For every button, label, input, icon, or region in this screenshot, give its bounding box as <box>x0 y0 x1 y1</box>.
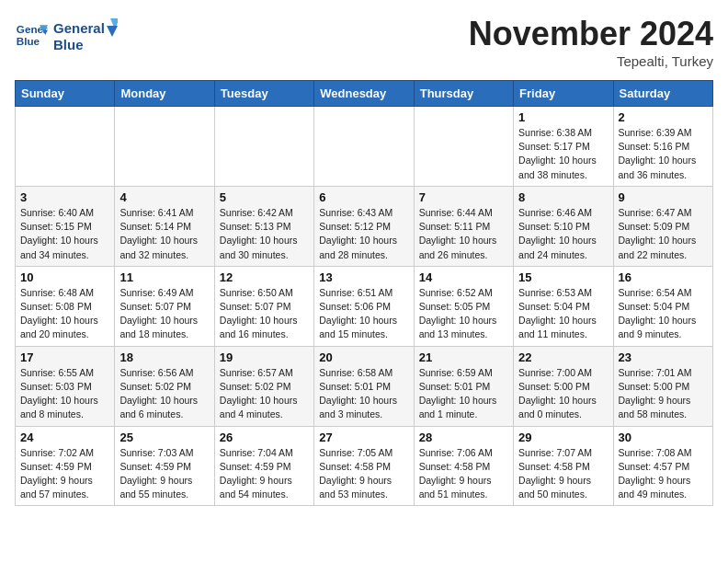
month-title: November 2024 <box>469 15 713 53</box>
day-number: 10 <box>20 270 109 284</box>
svg-text:General: General <box>53 20 105 36</box>
location: Tepealti, Turkey <box>469 53 713 69</box>
day-info: Sunrise: 6:46 AM Sunset: 5:10 PM Dayligh… <box>518 206 608 262</box>
weekday-header: Wednesday <box>314 81 414 107</box>
day-number: 5 <box>220 190 309 204</box>
day-number: 28 <box>419 431 508 444</box>
day-number: 12 <box>220 270 309 284</box>
calendar-cell: 27Sunrise: 7:05 AM Sunset: 4:58 PM Dayli… <box>314 426 414 506</box>
day-number: 8 <box>518 190 608 204</box>
calendar-cell: 11Sunrise: 6:49 AM Sunset: 5:07 PM Dayli… <box>115 266 214 346</box>
weekday-header: Sunday <box>16 81 115 107</box>
day-number: 30 <box>619 431 708 444</box>
calendar-week-row: 17Sunrise: 6:55 AM Sunset: 5:03 PM Dayli… <box>16 346 713 426</box>
day-number: 14 <box>419 270 508 284</box>
day-number: 22 <box>518 350 608 364</box>
day-number: 29 <box>518 431 608 444</box>
calendar-cell: 2Sunrise: 6:39 AM Sunset: 5:16 PM Daylig… <box>613 107 712 187</box>
day-number: 17 <box>20 350 109 364</box>
calendar-cell: 21Sunrise: 6:59 AM Sunset: 5:01 PM Dayli… <box>414 346 513 426</box>
day-number: 24 <box>20 431 109 444</box>
day-info: Sunrise: 6:52 AM Sunset: 5:05 PM Dayligh… <box>419 286 508 342</box>
day-info: Sunrise: 6:56 AM Sunset: 5:02 PM Dayligh… <box>119 366 209 422</box>
calendar-table: SundayMondayTuesdayWednesdayThursdayFrid… <box>15 80 713 506</box>
day-info: Sunrise: 7:04 AM Sunset: 4:59 PM Dayligh… <box>220 446 309 502</box>
day-info: Sunrise: 6:57 AM Sunset: 5:02 PM Dayligh… <box>220 366 309 422</box>
logo: General Blue General Blue General Blue <box>15 15 118 55</box>
day-info: Sunrise: 7:01 AM Sunset: 5:00 PM Dayligh… <box>619 366 708 422</box>
calendar-cell <box>314 107 414 187</box>
day-info: Sunrise: 6:53 AM Sunset: 5:04 PM Dayligh… <box>518 286 608 342</box>
day-info: Sunrise: 6:58 AM Sunset: 5:01 PM Dayligh… <box>319 366 408 422</box>
day-info: Sunrise: 6:42 AM Sunset: 5:13 PM Dayligh… <box>220 206 309 262</box>
calendar-cell <box>115 107 214 187</box>
svg-text:Blue: Blue <box>53 37 84 52</box>
calendar-cell: 20Sunrise: 6:58 AM Sunset: 5:01 PM Dayli… <box>314 346 414 426</box>
day-info: Sunrise: 6:39 AM Sunset: 5:16 PM Dayligh… <box>619 126 708 182</box>
calendar-cell <box>214 107 313 187</box>
calendar-week-row: 1Sunrise: 6:38 AM Sunset: 5:17 PM Daylig… <box>16 107 713 187</box>
calendar-cell: 23Sunrise: 7:01 AM Sunset: 5:00 PM Dayli… <box>613 346 712 426</box>
day-info: Sunrise: 6:40 AM Sunset: 5:15 PM Dayligh… <box>20 206 109 262</box>
day-info: Sunrise: 7:03 AM Sunset: 4:59 PM Dayligh… <box>119 446 209 502</box>
calendar-cell: 6Sunrise: 6:43 AM Sunset: 5:12 PM Daylig… <box>314 186 414 266</box>
day-number: 1 <box>518 110 608 124</box>
calendar-header-row: SundayMondayTuesdayWednesdayThursdayFrid… <box>16 81 713 107</box>
weekday-header: Friday <box>514 81 613 107</box>
calendar-cell: 26Sunrise: 7:04 AM Sunset: 4:59 PM Dayli… <box>214 426 313 506</box>
day-number: 26 <box>220 431 309 444</box>
day-info: Sunrise: 6:44 AM Sunset: 5:11 PM Dayligh… <box>419 206 508 262</box>
day-number: 15 <box>518 270 608 284</box>
calendar-cell: 18Sunrise: 6:56 AM Sunset: 5:02 PM Dayli… <box>115 346 214 426</box>
calendar-cell: 3Sunrise: 6:40 AM Sunset: 5:15 PM Daylig… <box>16 186 115 266</box>
calendar-cell: 1Sunrise: 6:38 AM Sunset: 5:17 PM Daylig… <box>514 107 613 187</box>
calendar-cell: 15Sunrise: 6:53 AM Sunset: 5:04 PM Dayli… <box>514 266 613 346</box>
calendar-cell: 19Sunrise: 6:57 AM Sunset: 5:02 PM Dayli… <box>214 346 313 426</box>
calendar-cell: 16Sunrise: 6:54 AM Sunset: 5:04 PM Dayli… <box>613 266 712 346</box>
day-number: 19 <box>220 350 309 364</box>
day-number: 27 <box>319 431 408 444</box>
calendar-cell: 13Sunrise: 6:51 AM Sunset: 5:06 PM Dayli… <box>314 266 414 346</box>
day-number: 13 <box>319 270 408 284</box>
day-number: 21 <box>419 350 508 364</box>
calendar-cell: 17Sunrise: 6:55 AM Sunset: 5:03 PM Dayli… <box>16 346 115 426</box>
weekday-header: Thursday <box>414 81 513 107</box>
day-info: Sunrise: 6:50 AM Sunset: 5:07 PM Dayligh… <box>220 286 309 342</box>
calendar-cell: 24Sunrise: 7:02 AM Sunset: 4:59 PM Dayli… <box>16 426 115 506</box>
day-info: Sunrise: 7:05 AM Sunset: 4:58 PM Dayligh… <box>319 446 408 502</box>
day-number: 25 <box>119 431 209 444</box>
calendar-week-row: 10Sunrise: 6:48 AM Sunset: 5:08 PM Dayli… <box>16 266 713 346</box>
day-info: Sunrise: 6:49 AM Sunset: 5:07 PM Dayligh… <box>119 286 209 342</box>
day-number: 23 <box>619 350 708 364</box>
calendar-cell: 25Sunrise: 7:03 AM Sunset: 4:59 PM Dayli… <box>115 426 214 506</box>
day-number: 16 <box>619 270 708 284</box>
calendar-cell: 29Sunrise: 7:07 AM Sunset: 4:58 PM Dayli… <box>514 426 613 506</box>
day-info: Sunrise: 7:07 AM Sunset: 4:58 PM Dayligh… <box>518 446 608 502</box>
calendar-cell: 10Sunrise: 6:48 AM Sunset: 5:08 PM Dayli… <box>16 266 115 346</box>
calendar-cell: 30Sunrise: 7:08 AM Sunset: 4:57 PM Dayli… <box>613 426 712 506</box>
svg-marker-7 <box>107 26 118 37</box>
page-header: General Blue General Blue General Blue N… <box>15 15 713 69</box>
day-info: Sunrise: 7:02 AM Sunset: 4:59 PM Dayligh… <box>20 446 109 502</box>
calendar-cell: 28Sunrise: 7:06 AM Sunset: 4:58 PM Dayli… <box>414 426 513 506</box>
day-info: Sunrise: 6:59 AM Sunset: 5:01 PM Dayligh… <box>419 366 508 422</box>
day-number: 11 <box>119 270 209 284</box>
calendar-cell: 12Sunrise: 6:50 AM Sunset: 5:07 PM Dayli… <box>214 266 313 346</box>
day-number: 18 <box>119 350 209 364</box>
day-number: 4 <box>119 190 209 204</box>
day-info: Sunrise: 6:51 AM Sunset: 5:06 PM Dayligh… <box>319 286 408 342</box>
day-info: Sunrise: 7:06 AM Sunset: 4:58 PM Dayligh… <box>419 446 508 502</box>
calendar-cell <box>16 107 115 187</box>
day-number: 3 <box>20 190 109 204</box>
day-info: Sunrise: 7:08 AM Sunset: 4:57 PM Dayligh… <box>619 446 708 502</box>
calendar-cell: 5Sunrise: 6:42 AM Sunset: 5:13 PM Daylig… <box>214 186 313 266</box>
weekday-header: Saturday <box>613 81 712 107</box>
day-number: 9 <box>619 190 708 204</box>
calendar-week-row: 24Sunrise: 7:02 AM Sunset: 4:59 PM Dayli… <box>16 426 713 506</box>
day-number: 20 <box>319 350 408 364</box>
calendar-week-row: 3Sunrise: 6:40 AM Sunset: 5:15 PM Daylig… <box>16 186 713 266</box>
day-info: Sunrise: 7:00 AM Sunset: 5:00 PM Dayligh… <box>518 366 608 422</box>
day-info: Sunrise: 6:38 AM Sunset: 5:17 PM Dayligh… <box>518 126 608 182</box>
day-info: Sunrise: 6:54 AM Sunset: 5:04 PM Dayligh… <box>619 286 708 342</box>
day-number: 6 <box>319 190 408 204</box>
